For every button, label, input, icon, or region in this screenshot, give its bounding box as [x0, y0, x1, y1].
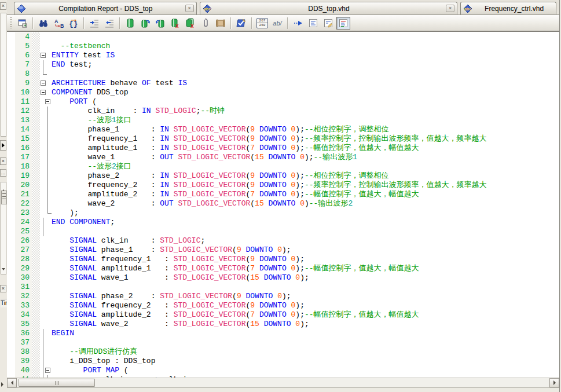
editor-line[interactable]: 39 i_DDS_top : DDS_top	[15, 357, 559, 366]
fold-gutter[interactable]	[40, 162, 52, 171]
tab-close-button[interactable]: ×	[446, 5, 454, 12]
code-text[interactable]	[52, 32, 559, 42]
find-button[interactable]	[36, 17, 50, 30]
editor-line[interactable]: 34 SIGNAL amplitude_2 : STD_LOGIC_VECTOR…	[15, 310, 559, 320]
dock-bottom-tab[interactable]: Tim	[1, 299, 7, 307]
editor-line[interactable]: 23 );	[15, 208, 559, 218]
tab-frequency-ctrl-vhd[interactable]: abcFrequency_ctrl.vhd	[460, 2, 556, 14]
code-text[interactable]	[52, 283, 559, 292]
clear-all-bookmarks-button[interactable]: x	[184, 17, 197, 30]
code-editor[interactable]: 45 --testbench6ENTITY test IS7END test;8…	[7, 31, 559, 378]
next-bookmark-button[interactable]	[138, 17, 152, 30]
editor-line[interactable]: 30 SIGNAL wave_1 : STD_LOGIC_VECTOR(15 D…	[15, 273, 559, 283]
tab-close-button[interactable]: ×	[185, 5, 194, 12]
editor-line[interactable]: 40 PORT MAP (	[15, 366, 559, 375]
tab-compilation-report-dds-top[interactable]: Compilation Report - DDS_top×	[14, 2, 197, 14]
editor-line[interactable]: 17 wave_1 : OUT STD_LOGIC_VECTOR(15 DOWN…	[15, 153, 559, 162]
fold-gutter[interactable]	[40, 181, 52, 190]
code-text[interactable]: SIGNAL frequency_2 : STD_LOGIC_VECTOR(9 …	[52, 301, 559, 310]
new-window-button[interactable]	[16, 17, 30, 30]
edit-doc-button[interactable]	[321, 17, 335, 30]
fold-collapse-box[interactable]	[41, 90, 46, 95]
code-text[interactable]: END test;	[52, 60, 559, 69]
dock-close-button-2[interactable]: ×	[0, 157, 6, 165]
code-text[interactable]: COMPONENT DDS_top	[52, 88, 559, 97]
fold-gutter[interactable]	[40, 208, 52, 218]
toolbar-grip-handle[interactable]	[10, 17, 12, 29]
dock-close-button-3[interactable]: ×	[0, 285, 6, 292]
fold-collapse-box[interactable]	[41, 53, 46, 58]
editor-line[interactable]: 7END test;	[15, 60, 559, 69]
fold-gutter[interactable]	[40, 320, 52, 329]
fold-collapse-box[interactable]	[45, 368, 50, 373]
code-text[interactable]: amplitude_1 : IN STD_LOGIC_VECTOR(7 DOWN…	[52, 144, 559, 153]
code-text[interactable]: SIGNAL clk_in : STD_LOGIC;	[52, 236, 559, 246]
fold-gutter[interactable]	[40, 329, 52, 338]
editor-line[interactable]: 33 SIGNAL frequency_2 : STD_LOGIC_VECTOR…	[15, 301, 559, 310]
code-text[interactable]: BEGIN	[52, 329, 559, 338]
editor-line[interactable]: 37	[15, 338, 559, 347]
dock-more-button[interactable]: ...	[0, 169, 6, 177]
code-text[interactable]: wave_1 : OUT STD_LOGIC_VECTOR(15 DOWNTO …	[52, 153, 559, 162]
horizontal-scrollbar[interactable]	[7, 378, 559, 387]
code-text[interactable]: );	[52, 208, 559, 218]
code-text[interactable]: SIGNAL phase_1 : STD_LOGIC_VECTOR(9 DOWN…	[52, 246, 559, 255]
code-text[interactable]: --调用DDS进行仿真	[52, 347, 559, 357]
scrollbar-thumb[interactable]	[19, 379, 95, 387]
fold-gutter[interactable]	[40, 227, 52, 236]
fold-gutter[interactable]	[40, 125, 52, 134]
scroll-left-button[interactable]	[7, 378, 17, 387]
indent-button[interactable]	[87, 17, 101, 30]
editor-line[interactable]: 10COMPONENT DDS_top	[15, 88, 559, 97]
fold-gutter[interactable]	[40, 301, 52, 310]
fold-gutter[interactable]	[40, 273, 52, 283]
code-text[interactable]: frequency_2 : IN STD_LOGIC_VECTOR(9 DOWN…	[52, 181, 559, 190]
fold-gutter[interactable]	[40, 51, 52, 60]
fold-gutter[interactable]	[40, 357, 52, 366]
editor-line[interactable]: 9ARCHITECTURE behave OF test IS	[15, 79, 559, 88]
editor-line[interactable]: 26 SIGNAL clk_in : STD_LOGIC;	[15, 236, 559, 246]
line-numbers-button[interactable]: 267268	[255, 17, 269, 30]
outdent-button[interactable]	[102, 17, 116, 30]
code-text[interactable]	[52, 69, 559, 79]
code-text[interactable]: SIGNAL frequency_1 : STD_LOGIC_VECTOR(9 …	[52, 255, 559, 264]
code-text[interactable]: amplitude_2 : IN STD_LOGIC_VECTOR(7 DOWN…	[52, 190, 559, 199]
insert-template-button[interactable]	[214, 17, 228, 30]
fold-gutter[interactable]	[40, 32, 52, 42]
code-text[interactable]: ENTITY test IS	[52, 51, 559, 60]
editor-line[interactable]: 11 PORT (	[15, 97, 559, 107]
insert-bookmark-button[interactable]	[123, 17, 137, 30]
code-text[interactable]: SIGNAL amplitude_2 : STD_LOGIC_VECTOR(7 …	[52, 310, 559, 320]
fold-gutter[interactable]	[40, 347, 52, 357]
code-text[interactable]: wave_2 : OUT STD_LOGIC_VECTOR(15 DOWNTO …	[52, 199, 559, 208]
fold-gutter[interactable]	[40, 236, 52, 246]
attach-button[interactable]	[199, 17, 212, 30]
fold-gutter[interactable]	[40, 79, 52, 88]
fold-gutter[interactable]	[40, 171, 52, 181]
code-text[interactable]: phase_1 : IN STD_LOGIC_VECTOR(9 DOWNTO 0…	[52, 125, 559, 134]
previous-bookmark-button[interactable]	[153, 17, 167, 30]
code-text[interactable]: i_DDS_top : DDS_top	[52, 357, 559, 366]
fold-gutter[interactable]	[40, 190, 52, 199]
fold-gutter[interactable]	[40, 366, 52, 375]
fold-gutter[interactable]	[40, 218, 52, 227]
fold-gutter[interactable]	[40, 116, 52, 125]
code-text[interactable]: clk_in : IN STD_LOGIC;--时钟	[52, 107, 559, 116]
editor-line[interactable]: 5 --testbench	[15, 42, 559, 51]
editor-line[interactable]: 12 clk_in : IN STD_LOGIC;--时钟	[15, 107, 559, 116]
editor-line[interactable]: 19 phase_2 : IN STD_LOGIC_VECTOR(9 DOWNT…	[15, 171, 559, 181]
fold-gutter[interactable]	[40, 97, 52, 107]
editor-line[interactable]: 28 SIGNAL frequency_1 : STD_LOGIC_VECTOR…	[15, 255, 559, 264]
fold-gutter[interactable]	[40, 338, 52, 347]
editor-line[interactable]: 20 frequency_2 : IN STD_LOGIC_VECTOR(9 D…	[15, 181, 559, 190]
editor-line[interactable]: 13 --波形1接口	[15, 116, 559, 125]
editor-line[interactable]: 4	[15, 32, 559, 42]
dock-scroll-thumb[interactable]	[1, 190, 7, 204]
fold-collapse-box[interactable]	[45, 99, 50, 104]
editor-line[interactable]: 6ENTITY test IS	[15, 51, 559, 60]
scroll-down-icon[interactable]	[2, 262, 5, 273]
code-text[interactable]: SIGNAL amplitude_1 : STD_LOGIC_VECTOR(7 …	[52, 264, 559, 273]
code-text[interactable]: ARCHITECTURE behave OF test IS	[52, 79, 559, 88]
dock-close-button[interactable]: ×	[0, 2, 6, 10]
code-text[interactable]: SIGNAL phase_2 : STD_LOGIC_VECTOR(9 DOWN…	[52, 292, 559, 301]
